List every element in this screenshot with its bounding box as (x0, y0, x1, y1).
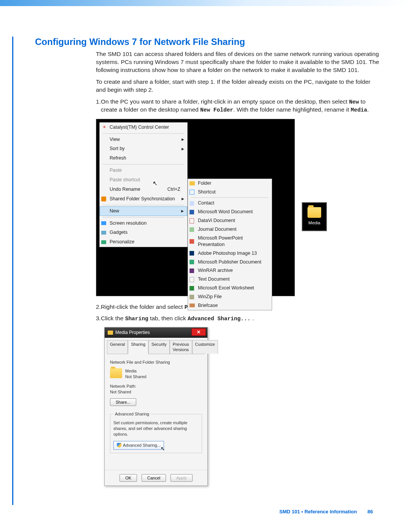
dialog-footer: OK Cancel Apply (105, 470, 207, 486)
menu-separator (103, 164, 184, 165)
submenu-photoshop[interactable]: Adobe Photoshop Image 13 (188, 249, 272, 258)
folder-icon (307, 207, 321, 218)
advanced-sharing-button[interactable]: Advanced Sharing... ↖ (113, 441, 164, 450)
psd-icon (190, 251, 194, 256)
close-button[interactable]: ✕ (191, 328, 206, 336)
submenu-shortcut[interactable]: Shortcut (188, 188, 272, 197)
network-path-label: Network Path: (110, 383, 202, 389)
advanced-sharing-group: Advanced Sharing Set custom permissions,… (110, 411, 202, 453)
menu-separator (103, 217, 184, 217)
folder-info-row: Media Not Shared (110, 368, 202, 380)
menu-separator (103, 205, 184, 205)
submenu-word[interactable]: Microsoft Word Document (188, 208, 272, 216)
media-properties-dialog: Media Properties ✕ General Sharing Secur… (104, 327, 208, 486)
tab-sharing[interactable]: Sharing (128, 340, 148, 355)
word-icon (190, 210, 194, 214)
menu-undo-rename[interactable]: Undo Rename Ctrl+Z (100, 185, 187, 194)
submenu-winzip[interactable]: WinZip File (188, 292, 272, 301)
menu-paste-shortcut: Paste shortcut (100, 175, 187, 185)
submenu-text[interactable]: Text Document (188, 275, 272, 284)
footer-text: SMD 101 • Reference Information (279, 509, 357, 514)
screenshot-context-menu: ✳ Catalyst(TM) Control Center View ▶ Sor… (96, 119, 295, 297)
figure-1-row: ✳ Catalyst(TM) Control Center View ▶ Sor… (96, 119, 381, 297)
submenu-arrow-icon: ▶ (182, 197, 184, 201)
excel-icon (190, 286, 194, 291)
new-submenu: Folder Shortcut Contact Microsoft Word D… (188, 179, 272, 310)
datavi-icon (190, 218, 194, 224)
menu-new[interactable]: New ▶ (100, 206, 187, 216)
submenu-arrow-icon: ▶ (182, 137, 184, 142)
menu-sort-by[interactable]: Sort by ▶ (100, 144, 187, 153)
submenu-publisher[interactable]: Microsoft Publisher Document (188, 258, 272, 267)
tab-previous-versions[interactable]: Previous Versions (170, 340, 192, 354)
tab-customize[interactable]: Customize (192, 340, 218, 354)
menu-refresh[interactable]: Refresh (100, 153, 187, 163)
page-number: 86 (368, 509, 373, 514)
submenu-folder[interactable]: Folder (188, 179, 272, 188)
menu-screen-resolution[interactable]: Screen resolution (100, 219, 187, 228)
menu-personalize[interactable]: Personalize (100, 237, 187, 247)
advanced-sharing-desc: Set custom permissions, create multiple … (113, 420, 199, 437)
dialog-title-text: Media Properties (115, 329, 150, 335)
step-number: 3. (96, 315, 101, 323)
monitor-icon (101, 221, 106, 225)
briefcase-icon (190, 304, 195, 307)
desktop-media-folder[interactable]: Media (302, 202, 327, 231)
shortcut-icon (190, 190, 194, 195)
submenu-excel[interactable]: Microsoft Excel Worksheet (188, 284, 272, 292)
ok-button[interactable]: OK (119, 474, 137, 482)
page-footer: SMD 101 • Reference Information 86 (35, 509, 381, 514)
cursor-icon: ↖ (161, 445, 165, 452)
text-icon (190, 277, 194, 282)
shield-icon (117, 443, 121, 447)
contact-icon (190, 201, 194, 206)
personalize-icon (101, 240, 106, 244)
submenu-contact[interactable]: Contact (188, 199, 272, 208)
submenu-arrow-icon: ▶ (182, 147, 184, 151)
gadgets-icon (101, 231, 106, 235)
left-blue-bar (12, 37, 13, 505)
submenu-powerpoint[interactable]: Microsoft PowerPoint Presentation (188, 234, 272, 249)
menu-view[interactable]: View ▶ (100, 135, 187, 144)
submenu-datavi[interactable]: DataVi Document (188, 216, 272, 225)
dialog-body: Network File and Folder Sharing Media No… (105, 354, 207, 470)
menu-separator (103, 133, 184, 134)
apply-button: Apply (170, 474, 193, 482)
advanced-sharing-legend: Advanced Sharing (113, 411, 151, 417)
menu-separator (191, 197, 269, 198)
menu-paste: Paste (100, 166, 187, 175)
dialog-titlebar: Media Properties ✕ (105, 328, 207, 337)
cancel-button[interactable]: Cancel (142, 474, 166, 482)
winzip-icon (190, 295, 194, 299)
shortcut-label: Ctrl+Z (160, 186, 180, 193)
sync-icon (101, 197, 106, 201)
submenu-arrow-icon: ▶ (181, 209, 184, 213)
step-1: 1. On the PC you want to share a folder,… (96, 98, 381, 114)
desktop-context-menu: ✳ Catalyst(TM) Control Center View ▶ Sor… (99, 122, 188, 248)
page-title: Configuring Windows 7 for Network File S… (35, 37, 381, 47)
submenu-winrar[interactable]: WinRAR archive (188, 266, 272, 275)
step-number: 1. (96, 98, 101, 114)
section-title: Network File and Folder Sharing (110, 359, 202, 365)
intro-para-2: To create and share a folder, start with… (96, 78, 381, 94)
shared-status-label: Not Shared (125, 374, 147, 380)
top-gradient-bar (0, 0, 411, 6)
catalyst-icon: ✳ (101, 125, 107, 130)
winrar-icon (190, 268, 194, 273)
step-number: 2. (96, 303, 101, 312)
ppt-icon (190, 239, 194, 244)
menu-gadgets[interactable]: Gadgets (100, 228, 187, 237)
step-3: 3. Click the Sharing tab, then click Adv… (96, 315, 381, 323)
submenu-briefcase[interactable]: Briefcase (188, 301, 272, 310)
share-button[interactable]: Share... (110, 398, 136, 406)
intro-para-1: The SMD 101 can access shared folders an… (96, 50, 381, 74)
submenu-journal[interactable]: Journal Document (188, 225, 272, 234)
step-3-text: Click the Sharing tab, then click Advanc… (101, 315, 254, 323)
tab-general[interactable]: General (107, 340, 128, 354)
tab-security[interactable]: Security (148, 340, 170, 354)
menu-catalyst[interactable]: ✳ Catalyst(TM) Control Center (100, 123, 187, 132)
tabs-row: General Sharing Security Previous Versio… (107, 340, 205, 355)
menu-shared-folder-sync[interactable]: Shared Folder Synchronization ▶ (100, 194, 187, 204)
folder-icon (108, 331, 113, 335)
folder-name-label: Media (125, 368, 147, 374)
